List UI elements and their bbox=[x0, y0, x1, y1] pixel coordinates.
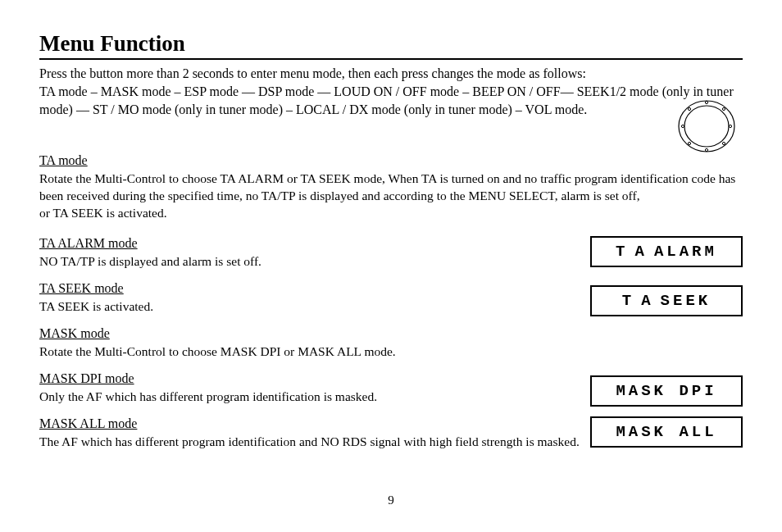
svg-point-6 bbox=[688, 107, 690, 110]
body-mask-mode: Rotate the Multi-Control to choose MASK … bbox=[39, 343, 743, 360]
intro-line-1: Press the button more than 2 seconds to … bbox=[39, 65, 743, 83]
body-ta-mode: Rotate the Multi-Control to choose TA AL… bbox=[39, 170, 743, 221]
svg-point-4 bbox=[681, 125, 684, 127]
lcd-ta-seek: TA SEEK bbox=[590, 285, 743, 316]
title-rule bbox=[39, 58, 743, 60]
page-number: 9 bbox=[0, 493, 782, 507]
svg-point-2 bbox=[705, 101, 707, 103]
svg-point-1 bbox=[684, 106, 729, 147]
svg-point-7 bbox=[722, 107, 725, 110]
lcd-text: MASK bbox=[616, 382, 666, 400]
lcd-text: DPI bbox=[679, 382, 716, 400]
lcd-text: SEEK bbox=[661, 292, 712, 310]
section-ta-mode: TA mode Rotate the Multi-Control to choo… bbox=[39, 153, 743, 221]
heading-ta-mode: TA mode bbox=[39, 153, 743, 168]
lcd-mask-dpi: MASK DPI bbox=[590, 375, 743, 407]
lcd-text: ALL bbox=[679, 423, 716, 441]
intro-line-2: TA mode – MASK mode – ESP mode ― DSP mod… bbox=[39, 83, 743, 119]
svg-point-3 bbox=[705, 148, 707, 151]
svg-point-9 bbox=[722, 142, 725, 144]
svg-point-5 bbox=[729, 125, 731, 127]
lcd-text: ALARM bbox=[654, 243, 717, 261]
lcd-text: TA bbox=[616, 243, 654, 261]
svg-point-0 bbox=[679, 101, 734, 152]
rotary-knob-icon bbox=[677, 97, 736, 156]
section-mask-mode: MASK mode Rotate the Multi-Control to ch… bbox=[39, 326, 743, 360]
heading-mask-mode: MASK mode bbox=[39, 326, 743, 341]
manual-page: Menu Function Press the button more than… bbox=[0, 0, 782, 532]
svg-point-8 bbox=[688, 142, 690, 144]
lcd-text: MASK bbox=[616, 423, 666, 441]
lcd-ta-alarm: TA ALARM bbox=[590, 236, 743, 267]
lcd-text: TA bbox=[622, 292, 661, 310]
lcd-mask-all: MASK ALL bbox=[590, 416, 743, 448]
page-title: Menu Function bbox=[39, 31, 743, 57]
